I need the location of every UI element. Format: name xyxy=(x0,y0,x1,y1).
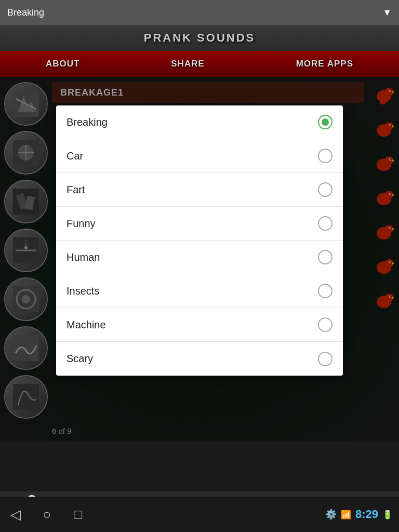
nav-share[interactable]: SHARE xyxy=(171,59,205,69)
list-item-label-breaking: Breaking xyxy=(66,116,108,128)
list-item-machine[interactable]: Machine xyxy=(56,308,343,342)
bottom-nav-bar: ◁ ○ □ ⚙️ 📶 8:29 🔋 xyxy=(0,497,399,532)
dropdown-selected-label: Breaking xyxy=(7,7,44,18)
time-display: 8:29 xyxy=(355,508,378,521)
radio-scary[interactable] xyxy=(318,352,332,366)
recents-icon: □ xyxy=(74,507,82,523)
radio-human[interactable] xyxy=(318,250,332,264)
list-item-fart[interactable]: Fart xyxy=(56,173,343,207)
radio-insects[interactable] xyxy=(318,284,332,298)
list-item-label-car: Car xyxy=(66,150,83,162)
dropdown-arrow-icon: ▼ xyxy=(382,7,392,18)
signal-icon: 📶 xyxy=(341,510,351,520)
app-title-bar: PRANK SOUNDS xyxy=(0,25,399,51)
list-item-human[interactable]: Human xyxy=(56,241,343,274)
dropdown-overlay: BreakingCarFartFunnyHumanInsectsMachineS… xyxy=(0,77,399,441)
list-item-breaking[interactable]: Breaking xyxy=(56,105,343,139)
list-item-funny[interactable]: Funny xyxy=(56,207,343,241)
list-item-scary[interactable]: Scary xyxy=(56,342,343,376)
back-icon: ◁ xyxy=(10,507,21,523)
back-button[interactable]: ◁ xyxy=(0,503,31,526)
app-title: PRANK SOUNDS xyxy=(144,31,255,45)
recents-button[interactable]: □ xyxy=(62,503,94,526)
home-icon: ○ xyxy=(43,507,51,523)
settings-icon: ⚙️ xyxy=(325,509,337,520)
radio-fart[interactable] xyxy=(318,182,332,197)
list-item-label-machine: Machine xyxy=(66,319,106,331)
main-content: BREAKAGE1 xyxy=(0,77,399,441)
nav-bar: ABOUT SHARE MORE APPS xyxy=(0,51,399,77)
radio-machine[interactable] xyxy=(318,317,332,332)
list-item-label-fart: Fart xyxy=(66,184,85,196)
list-item-label-insects: Insects xyxy=(66,285,99,297)
radio-inner-breaking xyxy=(322,118,329,126)
radio-funny[interactable] xyxy=(318,216,332,231)
battery-icon: 🔋 xyxy=(382,510,393,520)
nav-more-apps[interactable]: MORE APPS xyxy=(296,59,353,69)
list-item-label-human: Human xyxy=(66,251,100,263)
list-item-car[interactable]: Car xyxy=(56,139,343,173)
category-dropdown[interactable]: Breaking ▼ xyxy=(0,0,399,25)
home-button[interactable]: ○ xyxy=(31,503,62,526)
category-list: BreakingCarFartFunnyHumanInsectsMachineS… xyxy=(56,105,343,376)
radio-car[interactable] xyxy=(318,149,332,163)
list-item-insects[interactable]: Insects xyxy=(56,274,343,308)
list-item-label-funny: Funny xyxy=(66,218,96,230)
list-item-label-scary: Scary xyxy=(66,353,93,365)
nav-about[interactable]: ABOUT xyxy=(46,59,79,69)
radio-breaking[interactable] xyxy=(318,115,332,129)
